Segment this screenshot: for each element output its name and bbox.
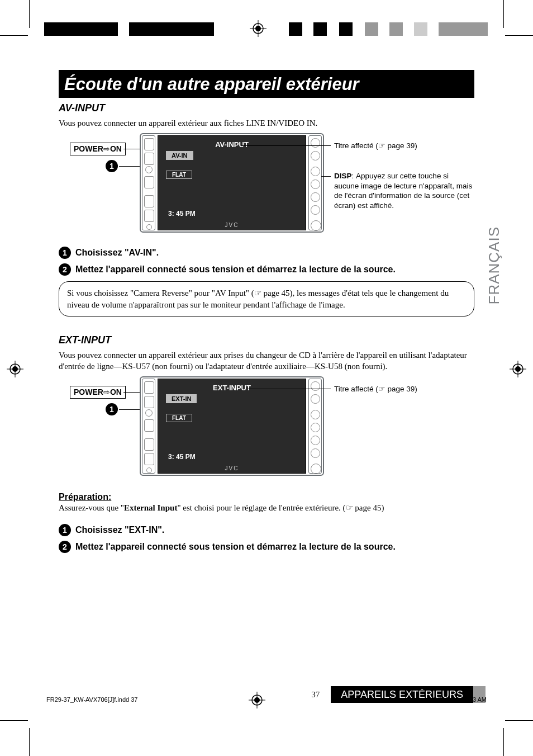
device-button xyxy=(144,438,154,451)
device-left-panel xyxy=(142,135,155,230)
avinput-heading: AV-INPUT xyxy=(59,102,474,114)
ext-step-1-text: Choisissez "EXT-IN". xyxy=(75,525,164,535)
device-screen: EXT-IN EXT-INPUT FLAT 3: 45 PM JVC xyxy=(158,379,306,474)
extinput-intro: Vous pouvez connecter un appareil extéri… xyxy=(59,349,474,372)
device-left-panel xyxy=(142,379,155,474)
screen-flat-badge: FLAT xyxy=(166,414,192,422)
step-number-2: 2 xyxy=(59,541,71,553)
callout-title-prefix: Titre affecté ( xyxy=(334,141,378,150)
callout-title-assigned: Titre affecté (☞ page 39) xyxy=(334,141,417,151)
prep-after: " est choisi pour le réglage de l'entrée… xyxy=(177,503,384,512)
pointer-icon: ☞ xyxy=(378,385,386,393)
power-label: POWER xyxy=(74,144,103,153)
callout-title-page: page 39) xyxy=(386,385,417,393)
device-button xyxy=(311,220,321,231)
av-step-2: 2 Mettez l'appareil connecté sous tensio… xyxy=(59,263,474,276)
device-button xyxy=(311,464,321,474)
imprint-datetime: 7/31/06 9:24:03 AM xyxy=(434,696,487,703)
screen-logo: JVC xyxy=(225,222,239,228)
screen-logo: JVC xyxy=(225,465,239,471)
device-button xyxy=(144,210,154,222)
power-label: POWER xyxy=(74,388,103,396)
callout-title-page: page 39) xyxy=(386,141,417,150)
av-note: Si vous choisissez "Camera Reverse" pour… xyxy=(59,281,474,316)
svg-point-8 xyxy=(513,364,523,374)
device-right-panel xyxy=(308,379,322,474)
device-button xyxy=(144,195,154,207)
on-label: ON xyxy=(110,388,122,396)
preparation-text: Assurez-vous que "External Input" est ch… xyxy=(59,502,474,513)
screen-title: AV-INPUT xyxy=(215,140,249,149)
screen-avin-badge: AV-IN xyxy=(166,151,193,160)
imprint-file: FR29-37_KW-AVX706[J]f.indd 37 xyxy=(46,696,137,703)
ext-step-1: 1 Choisissez "EXT-IN". xyxy=(59,524,474,536)
extinput-figure: POWER⇨ON 1 EXT-IN EXT-INPUT FLAT 3: 45 P… xyxy=(59,376,474,485)
screen-extin-badge: EXT-IN xyxy=(166,394,197,403)
device-button xyxy=(311,381,320,391)
svg-point-5 xyxy=(12,366,18,372)
callout-disp: DISP: Appuyez sur cette touche si aucune… xyxy=(334,171,474,210)
disp-label: DISP xyxy=(334,172,352,180)
device-screen: AV-IN AV-INPUT FLAT 3: 45 PM JVC xyxy=(158,135,306,230)
step-number-1: 1 xyxy=(106,160,118,172)
ext-step-2-text: Mettez l'appareil connecté sous tension … xyxy=(75,542,396,552)
device-button xyxy=(311,167,320,176)
svg-point-4 xyxy=(10,364,20,374)
device-button xyxy=(144,419,154,432)
device-button xyxy=(311,179,320,189)
device-unit: EXT-IN EXT-INPUT FLAT 3: 45 PM JVC xyxy=(140,376,324,476)
on-label: ON xyxy=(110,144,122,153)
ext-step-2: 2 Mettez l'appareil connecté sous tensio… xyxy=(59,541,474,553)
device-button xyxy=(144,153,154,165)
power-on-label: POWER⇨ON xyxy=(70,386,126,399)
av-step-1: 1 Choisissez "AV-IN". xyxy=(59,247,474,259)
disp-text: Appuyez sur cette touche si aucune image… xyxy=(334,172,472,210)
device-button xyxy=(145,409,153,417)
device-button xyxy=(311,423,320,432)
device-button xyxy=(144,138,154,150)
av-step-2-text: Mettez l'appareil connecté sous tension … xyxy=(75,264,396,275)
step-number-1: 1 xyxy=(106,403,118,415)
device-button xyxy=(144,396,154,408)
device-button xyxy=(144,453,154,465)
callout-title-prefix: Titre affecté ( xyxy=(334,385,378,393)
step-number-1: 1 xyxy=(59,524,71,536)
svg-point-0 xyxy=(253,23,263,34)
screen-time: 3: 45 PM xyxy=(168,453,196,461)
device-unit: AV-IN AV-INPUT FLAT 3: 45 PM JVC xyxy=(140,133,324,233)
screen-flat-badge: FLAT xyxy=(166,171,192,179)
device-button xyxy=(311,151,320,160)
svg-point-1 xyxy=(255,26,261,31)
avinput-intro: Vous pouvez connecter un appareil extéri… xyxy=(59,117,474,129)
av-step-1-text: Choisissez "AV-IN". xyxy=(75,248,159,258)
device-button xyxy=(311,410,320,419)
step-number-1: 1 xyxy=(59,247,71,259)
device-button xyxy=(311,192,320,202)
prep-bold: External Input xyxy=(124,503,177,512)
device-right-panel xyxy=(308,135,322,230)
preparation-heading: Préparation: xyxy=(59,492,474,502)
device-button xyxy=(311,448,320,458)
screen-title: EXT-INPUT xyxy=(213,384,251,392)
prep-before: Assurez-vous que " xyxy=(59,503,124,512)
power-on-label: POWER⇨ON xyxy=(70,143,126,155)
device-button xyxy=(311,205,320,215)
screen-time: 3: 45 PM xyxy=(168,210,196,218)
device-button xyxy=(311,436,320,445)
imprint: FR29-37_KW-AVX706[J]f.indd 37 7/31/06 9:… xyxy=(46,696,487,703)
device-button xyxy=(146,224,152,230)
device-button xyxy=(145,166,153,173)
page-title: Écoute d'un autre appareil extérieur xyxy=(59,70,474,98)
device-button xyxy=(144,176,154,188)
device-button xyxy=(311,394,320,404)
device-button xyxy=(311,138,320,148)
step-number-2: 2 xyxy=(59,263,71,276)
svg-point-9 xyxy=(515,366,521,372)
pointer-icon: ☞ xyxy=(378,141,386,150)
device-button xyxy=(144,381,154,394)
avinput-figure: POWER⇨ON 1 AV-IN AV-INPUT FLAT 3: 45 PM … xyxy=(59,133,474,242)
extinput-heading: EXT-INPUT xyxy=(59,334,474,346)
language-tab: FRANÇAIS xyxy=(486,226,503,304)
device-button xyxy=(146,467,152,473)
registration-icon xyxy=(278,696,293,703)
